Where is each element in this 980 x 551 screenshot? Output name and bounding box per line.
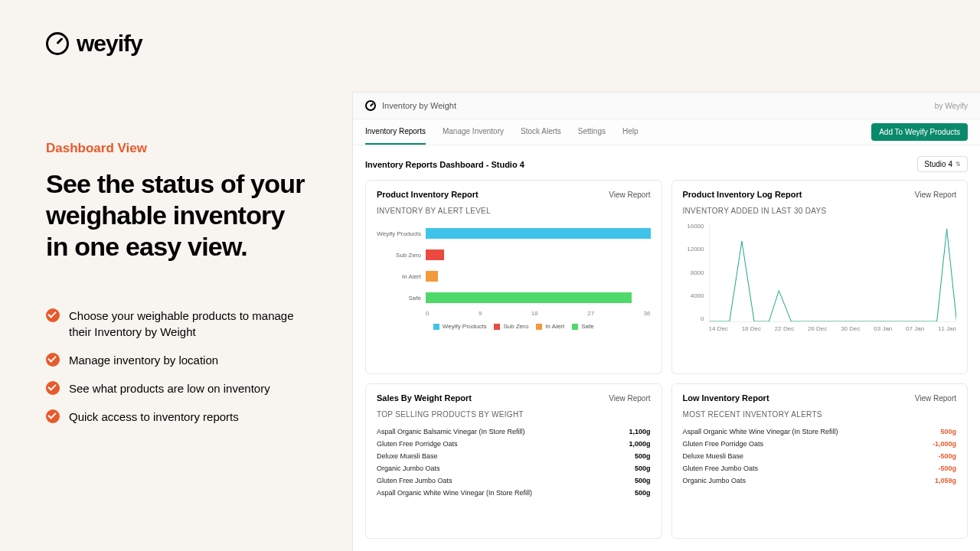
location-selector[interactable]: Studio 4 ⇅	[917, 156, 968, 172]
feature-list: Choose your weighable products to manage…	[46, 308, 306, 425]
sales-by-weight-card: Sales By Weight Report View Report TOP S…	[365, 383, 662, 539]
x-tick: 14 Dec	[709, 325, 728, 332]
bar-label: Weyify Products	[377, 230, 421, 237]
list-item: Gluten Free Jumbo Oats-500g	[683, 465, 957, 472]
card-title: Low Inventory Report	[683, 393, 769, 403]
view-report-link[interactable]: View Report	[609, 191, 650, 199]
bar-fill	[426, 271, 438, 282]
select-arrows-icon: ⇅	[956, 161, 961, 168]
item-value: 500g	[635, 465, 651, 472]
axis-tick: 27	[587, 310, 594, 317]
feature-item: Choose your weighable products to manage…	[46, 308, 306, 340]
bar-track	[426, 228, 651, 239]
legend-item: Weyify Products	[433, 323, 487, 330]
card-title: Sales By Weight Report	[377, 393, 472, 403]
list-item: Gluten Free Porridge Oats-1,000g	[683, 440, 957, 448]
x-tick: 18 Dec	[742, 325, 761, 332]
item-name: Aspall Organic White Wine Vinegar (In St…	[683, 428, 838, 435]
line-plot-area	[709, 223, 957, 322]
y-tick: 16000	[683, 223, 704, 230]
item-value: 500g	[635, 489, 651, 497]
bar-x-axis: 09182736	[426, 310, 651, 317]
view-report-link[interactable]: View Report	[915, 394, 956, 403]
x-tick: 22 Dec	[775, 325, 794, 332]
inventory-log-report-card: Product Inventory Log Report View Report…	[671, 180, 969, 374]
list-item: Organic Jumbo Oats1,059g	[683, 477, 957, 484]
item-name: Organic Jumbo Oats	[377, 465, 440, 472]
list-item: Aspall Organic Balsamic Vinegar (In Stor…	[377, 428, 651, 435]
x-axis-ticks: 14 Dec18 Dec22 Dec26 Dec30 Dec03 Jan07 J…	[709, 325, 957, 332]
section-eyebrow: Dashboard View	[46, 141, 306, 156]
top-selling-list: Aspall Organic Balsamic Vinegar (In Stor…	[377, 428, 651, 497]
y-tick: 8000	[683, 269, 704, 276]
add-to-weyify-button[interactable]: Add To Weyify Products	[871, 123, 968, 141]
alert-level-bar-chart: Weyify ProductsSub ZeroIn AlertSafe	[377, 223, 651, 308]
low-inventory-card: Low Inventory Report View Report MOST RE…	[671, 383, 969, 539]
bar-fill	[426, 292, 632, 303]
item-name: Deluxe Muesli Base	[377, 452, 438, 460]
brand-logo: weyify	[46, 31, 306, 57]
y-axis-ticks: 1600012000800040000	[683, 223, 709, 322]
check-icon	[46, 353, 60, 367]
item-name: Deluxe Muesli Base	[683, 452, 744, 460]
axis-tick: 9	[479, 310, 482, 317]
item-name: Gluten Free Jumbo Oats	[377, 477, 452, 484]
list-item: Deluxe Muesli Base-500g	[683, 452, 957, 460]
bar-track	[426, 292, 651, 303]
item-name: Organic Jumbo Oats	[683, 477, 746, 484]
brand-name: weyify	[77, 31, 142, 57]
app-credit: by Weyify	[935, 102, 968, 110]
card-subtitle: INVENTORY ADDED IN LAST 30 DAYS	[683, 207, 957, 215]
view-report-link[interactable]: View Report	[609, 394, 650, 403]
bar-track	[426, 271, 651, 282]
tab-inventory-reports[interactable]: Inventory Reports	[365, 119, 426, 145]
location-value: Studio 4	[924, 160, 952, 168]
bar-row: Safe	[377, 290, 651, 305]
legend-swatch	[572, 324, 578, 330]
feature-item: See what products are low on inventory	[46, 380, 306, 396]
bar-label: In Alert	[377, 273, 421, 280]
x-tick: 07 Jan	[906, 325, 924, 332]
feature-text: See what products are low on inventory	[69, 380, 270, 396]
view-report-link[interactable]: View Report	[915, 191, 956, 199]
x-tick: 11 Jan	[938, 325, 956, 332]
card-subtitle: INVENTORY BY ALERT LEVEL	[377, 207, 651, 215]
tab-settings[interactable]: Settings	[578, 119, 606, 145]
card-title: Product Inventory Report	[377, 190, 479, 199]
item-value: -500g	[938, 452, 956, 460]
item-value: 500g	[635, 452, 651, 460]
item-name: Gluten Free Porridge Oats	[683, 440, 764, 448]
bar-row: In Alert	[377, 269, 651, 284]
feature-item: Quick access to inventory reports	[46, 409, 306, 425]
x-tick: 26 Dec	[808, 325, 827, 332]
app-header: Inventory by Weight by Weyify	[353, 93, 980, 119]
tab-stock-alerts[interactable]: Stock Alerts	[521, 119, 561, 145]
list-item: Deluxe Muesli Base500g	[377, 452, 651, 460]
legend-label: Safe	[581, 323, 593, 330]
item-value: 500g	[635, 477, 651, 484]
list-item: Organic Jumbo Oats500g	[377, 465, 651, 472]
item-name: Aspall Organic Balsamic Vinegar (In Stor…	[377, 428, 524, 435]
item-value: 1,000g	[629, 440, 650, 448]
bar-row: Weyify Products	[377, 226, 651, 241]
bar-label: Sub Zero	[377, 252, 421, 259]
dashboard-subheader: Inventory Reports Dashboard - Studio 4 S…	[353, 145, 980, 180]
tab-manage-inventory[interactable]: Manage Inventory	[443, 119, 504, 145]
feature-text: Choose your weighable products to manage…	[69, 308, 306, 340]
app-title: Inventory by Weight	[382, 101, 456, 110]
feature-text: Quick access to inventory reports	[69, 409, 239, 425]
item-value: -500g	[938, 465, 956, 472]
weyify-logo-icon	[46, 32, 69, 55]
item-value: -1,000g	[933, 440, 956, 448]
cards-grid: Product Inventory Report View Report INV…	[353, 180, 980, 551]
low-inventory-list: Aspall Organic White Wine Vinegar (In St…	[683, 428, 957, 484]
check-icon	[46, 308, 60, 322]
card-title: Product Inventory Log Report	[683, 190, 802, 199]
legend-swatch	[494, 324, 500, 330]
list-item: Gluten Free Porridge Oats1,000g	[377, 440, 651, 448]
item-name: Gluten Free Porridge Oats	[377, 440, 458, 448]
tab-help[interactable]: Help	[622, 119, 639, 145]
item-value: 1,100g	[629, 428, 650, 435]
item-value: 500g	[940, 428, 956, 435]
y-tick: 0	[683, 315, 704, 322]
